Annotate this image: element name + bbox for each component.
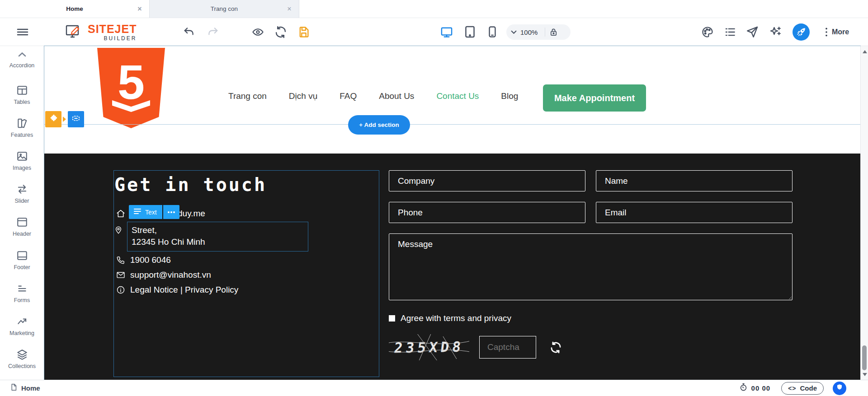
current-page-button[interactable]: Home <box>10 383 40 393</box>
ellipsis-icon <box>170 211 172 213</box>
page-tab-bar: Home × Trang con × <box>0 0 868 18</box>
name-field[interactable] <box>596 170 793 191</box>
sidebar-item-tables[interactable]: Tables <box>0 83 44 116</box>
email-field[interactable] <box>596 202 793 223</box>
launch-button[interactable] <box>793 23 810 41</box>
address-box[interactable]: Street, 12345 Ho Chi Minh <box>127 222 308 252</box>
ai-assistant-button[interactable] <box>769 25 782 39</box>
phone-field[interactable] <box>389 202 585 223</box>
make-appointment-button[interactable]: Make Appointment <box>543 84 646 112</box>
design-settings-button[interactable] <box>701 26 714 38</box>
undo-button[interactable] <box>183 26 195 38</box>
html5-logo[interactable]: 5 <box>97 48 165 128</box>
sitejet-logo-icon <box>63 22 83 42</box>
address-row[interactable]: Street, 12345 Ho Chi Minh <box>114 222 379 252</box>
element-toolbar-more[interactable] <box>163 205 179 219</box>
captcha-refresh-button[interactable] <box>550 341 562 354</box>
contact-heading: Get in touch <box>114 174 379 195</box>
lock-icon[interactable] <box>549 27 558 37</box>
legal-links[interactable]: Legal Notice | Privacy Policy <box>130 285 238 295</box>
sidebar-item-forms[interactable]: Forms <box>0 281 44 314</box>
plugin-badge[interactable] <box>45 111 61 127</box>
code-button[interactable]: <> Code <box>781 382 824 395</box>
status-bar: Home 00 00 <> Code <box>0 380 868 396</box>
send-icon <box>746 26 759 38</box>
device-desktop-button[interactable] <box>440 26 453 38</box>
sidebar-item-label: Accordion <box>9 62 35 69</box>
tab-trang-con[interactable]: Trang con × <box>150 0 299 18</box>
scrollbar-thumb[interactable] <box>862 345 867 370</box>
brand-sub: BUILDER <box>88 36 137 41</box>
company-field[interactable] <box>389 170 585 191</box>
tab-home-label: Home <box>66 5 83 12</box>
tab-close-icon[interactable]: × <box>285 5 293 13</box>
zoom-control[interactable]: 100% <box>506 24 571 40</box>
section-badge[interactable] <box>68 111 84 127</box>
publish-button[interactable] <box>746 26 759 38</box>
editor-canvas: 5 Trang con Dịch vụ FAQ About Us Contact… <box>44 46 860 380</box>
nav-item-faq[interactable]: FAQ <box>340 91 357 101</box>
nav-item-trang-con[interactable]: Trang con <box>228 91 267 101</box>
refresh-button[interactable] <box>274 26 287 38</box>
scroll-down-arrow[interactable] <box>861 371 868 378</box>
sidebar-item-header[interactable]: Header <box>0 214 44 247</box>
tab-close-icon[interactable]: × <box>136 5 144 13</box>
mobile-icon <box>486 25 499 38</box>
preview-button[interactable] <box>251 26 264 38</box>
privacy-shield-button[interactable] <box>833 382 846 395</box>
sitejet-logo[interactable]: SITEJET BUILDER <box>63 22 137 42</box>
sidebar-item-accordion[interactable]: Accordion <box>0 60 44 83</box>
device-mobile-button[interactable] <box>486 25 499 38</box>
eye-icon <box>251 26 264 38</box>
nav-item-about-us[interactable]: About Us <box>379 91 414 101</box>
email-row[interactable]: support@vinahost.vn <box>114 267 379 282</box>
nav-item-dich-vu[interactable]: Dịch vụ <box>289 91 317 101</box>
email-address[interactable]: support@vinahost.vn <box>130 270 211 280</box>
add-section-button[interactable]: + Add section <box>348 115 410 135</box>
sidebar-item-label: Forms <box>14 297 30 303</box>
more-button[interactable]: More <box>823 26 849 38</box>
menu-button[interactable] <box>16 27 29 37</box>
legal-row[interactable]: Legal Notice | Privacy Policy <box>114 282 379 297</box>
nav-item-blog[interactable]: Blog <box>501 91 518 101</box>
message-field[interactable] <box>389 233 793 300</box>
puzzle-icon <box>48 113 58 125</box>
list-icon <box>724 26 736 38</box>
sidebar-item-footer[interactable]: Footer <box>0 248 44 281</box>
sidebar-item-label: Collections <box>8 363 36 369</box>
sidebar-item-features[interactable]: Features <box>0 116 44 149</box>
slider-arrows-icon <box>16 182 28 195</box>
page-list-button[interactable] <box>724 26 736 38</box>
tab-home[interactable]: Home × <box>0 0 150 18</box>
captcha-input[interactable] <box>479 336 536 359</box>
phone-number[interactable]: 1900 6046 <box>130 255 171 265</box>
website-row[interactable]: Text duy.me <box>114 206 379 221</box>
contact-section[interactable]: Get in touch <box>44 154 860 380</box>
contact-info-block[interactable]: Get in touch <box>113 170 379 377</box>
save-button[interactable] <box>297 26 310 38</box>
site-header-section[interactable]: 5 Trang con Dịch vụ FAQ About Us Contact… <box>44 46 860 154</box>
more-dots-icon <box>823 26 830 38</box>
website-url[interactable]: duy.me <box>178 209 205 219</box>
sidebar-item-images[interactable]: Images <box>0 149 44 182</box>
sitejet-builder-app: Home × Trang con × SITEJET BUILDER <box>0 0 868 396</box>
element-toolbar-drag[interactable]: Text <box>129 205 162 219</box>
elements-sidebar: Accordion Tables Features Images <box>0 46 44 380</box>
arrow-right-icon <box>63 116 66 122</box>
sidebar-item-label: Slider <box>15 198 29 204</box>
captcha-noise-lines <box>389 334 469 360</box>
nav-item-contact-us[interactable]: Contact Us <box>436 91 479 101</box>
scroll-up-arrow[interactable] <box>861 48 868 55</box>
sidebar-item-marketing[interactable]: Marketing <box>0 314 44 347</box>
phone-row[interactable]: 1900 6046 <box>114 252 379 267</box>
redo-button[interactable] <box>207 26 219 38</box>
sidebar-item-collections[interactable]: Collections <box>0 347 44 380</box>
sidebar-item-slider[interactable]: Slider <box>0 182 44 214</box>
device-tablet-button[interactable] <box>463 25 476 38</box>
section-divider <box>44 124 860 125</box>
agree-checkbox[interactable] <box>389 315 395 321</box>
sidebar-item-label: Header <box>13 231 31 237</box>
sidebar-scroll-up[interactable] <box>18 50 26 60</box>
vertical-scrollbar[interactable] <box>860 46 868 380</box>
tablet-icon <box>463 25 476 38</box>
